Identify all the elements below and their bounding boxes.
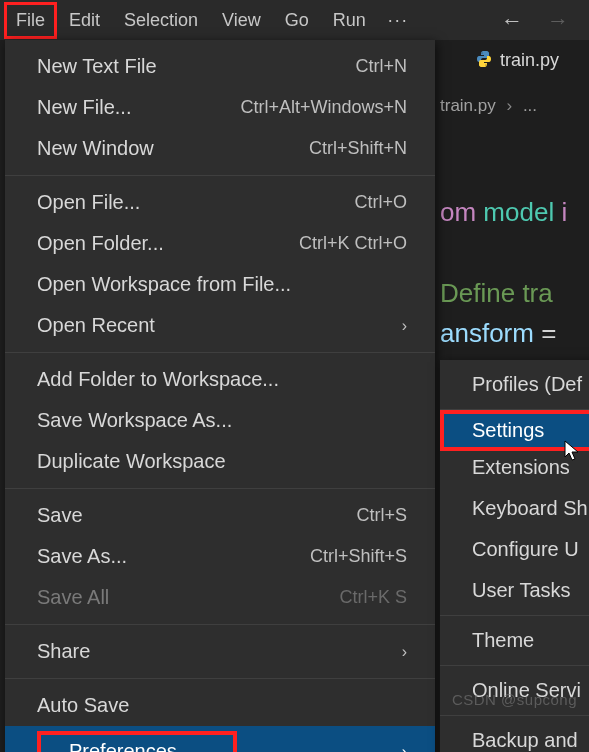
menu-item-shortcut: Ctrl+K S: [339, 587, 407, 608]
menu-item-save[interactable]: Save Ctrl+S: [5, 495, 435, 536]
menu-item-label: Add Folder to Workspace...: [37, 368, 279, 391]
code-token: model: [476, 197, 561, 227]
breadcrumb[interactable]: train.py › ...: [440, 96, 537, 116]
menu-item-open-recent[interactable]: Open Recent ›: [5, 305, 435, 346]
submenu-item-profiles[interactable]: Profiles (Def: [440, 364, 589, 405]
menu-selection[interactable]: Selection: [112, 2, 210, 39]
breadcrumb-file: train.py: [440, 96, 496, 115]
code-token: Define tra: [440, 278, 553, 308]
submenu-item-user-tasks[interactable]: User Tasks: [440, 570, 589, 611]
menu-item-shortcut: Ctrl+S: [356, 505, 407, 526]
menu-item-auto-save[interactable]: Auto Save: [5, 685, 435, 726]
code-token: i: [561, 197, 567, 227]
menu-item-label: Preferences: [37, 731, 237, 752]
menu-item-shortcut: Ctrl+Shift+N: [309, 138, 407, 159]
breadcrumb-more: ...: [523, 96, 537, 115]
menu-item-new-file[interactable]: New File... Ctrl+Alt+Windows+N: [5, 87, 435, 128]
menu-item-save-as[interactable]: Save As... Ctrl+Shift+S: [5, 536, 435, 577]
menu-item-label: Save Workspace As...: [37, 409, 232, 432]
menu-item-label: Save As...: [37, 545, 127, 568]
menu-item-save-all: Save All Ctrl+K S: [5, 577, 435, 618]
menu-item-label: New Window: [37, 137, 154, 160]
watermark: CSDN @supcong: [452, 691, 577, 708]
menu-item-label: Open File...: [37, 191, 140, 214]
menu-view[interactable]: View: [210, 2, 273, 39]
menu-item-open-workspace-from-file[interactable]: Open Workspace from File...: [5, 264, 435, 305]
menu-item-label: Save: [37, 504, 83, 527]
menu-item-shortcut: Ctrl+N: [355, 56, 407, 77]
editor-tab-label: train.py: [500, 50, 559, 71]
code-editor[interactable]: om model i Define tra ansform = transfor: [440, 152, 567, 394]
menu-item-preferences[interactable]: Preferences ›: [5, 726, 435, 752]
menu-item-label: Open Workspace from File...: [37, 273, 291, 296]
submenu-item-keyboard-shortcuts[interactable]: Keyboard Sh: [440, 488, 589, 529]
menu-item-open-file[interactable]: Open File... Ctrl+O: [5, 182, 435, 223]
cursor-icon: [564, 440, 582, 467]
chevron-right-icon: ›: [402, 643, 407, 661]
chevron-right-icon: ›: [506, 96, 512, 115]
menu-item-label: Save All: [37, 586, 109, 609]
code-token: ansform: [440, 318, 534, 348]
menu-item-label: Open Recent: [37, 314, 155, 337]
code-token: om: [440, 197, 476, 227]
menu-item-label: New Text File: [37, 55, 157, 78]
nav-arrows: ← →: [501, 8, 569, 34]
menu-item-new-window[interactable]: New Window Ctrl+Shift+N: [5, 128, 435, 169]
menu-item-shortcut: Ctrl+O: [354, 192, 407, 213]
python-file-icon: [476, 51, 492, 71]
menu-edit[interactable]: Edit: [57, 2, 112, 39]
submenu-item-theme[interactable]: Theme: [440, 620, 589, 661]
chevron-right-icon: ›: [402, 317, 407, 335]
menu-go[interactable]: Go: [273, 2, 321, 39]
menu-item-label: Auto Save: [37, 694, 129, 717]
code-token: =: [534, 318, 564, 348]
menu-item-shortcut: Ctrl+Alt+Windows+N: [240, 97, 407, 118]
menu-item-label: New File...: [37, 96, 131, 119]
file-menu-dropdown: New Text File Ctrl+N New File... Ctrl+Al…: [5, 40, 435, 752]
menu-item-label: Duplicate Workspace: [37, 450, 226, 473]
menu-item-add-folder-to-workspace[interactable]: Add Folder to Workspace...: [5, 359, 435, 400]
submenu-item-backup[interactable]: Backup and: [440, 720, 589, 752]
menu-item-shortcut: Ctrl+K Ctrl+O: [299, 233, 407, 254]
menu-more-icon[interactable]: ···: [378, 2, 419, 39]
submenu-item-configure[interactable]: Configure U: [440, 529, 589, 570]
menu-item-label: Share: [37, 640, 90, 663]
menu-item-share[interactable]: Share ›: [5, 631, 435, 672]
menu-item-open-folder[interactable]: Open Folder... Ctrl+K Ctrl+O: [5, 223, 435, 264]
menu-run[interactable]: Run: [321, 2, 378, 39]
nav-forward-icon[interactable]: →: [547, 8, 569, 34]
menu-item-new-text-file[interactable]: New Text File Ctrl+N: [5, 46, 435, 87]
menu-item-save-workspace-as[interactable]: Save Workspace As...: [5, 400, 435, 441]
menu-item-shortcut: Ctrl+Shift+S: [310, 546, 407, 567]
menu-item-label: Open Folder...: [37, 232, 164, 255]
menu-file[interactable]: File: [4, 2, 57, 39]
nav-back-icon[interactable]: ←: [501, 8, 523, 34]
editor-tab[interactable]: train.py: [462, 40, 573, 81]
chevron-right-icon: ›: [402, 743, 407, 753]
menu-item-duplicate-workspace[interactable]: Duplicate Workspace: [5, 441, 435, 482]
